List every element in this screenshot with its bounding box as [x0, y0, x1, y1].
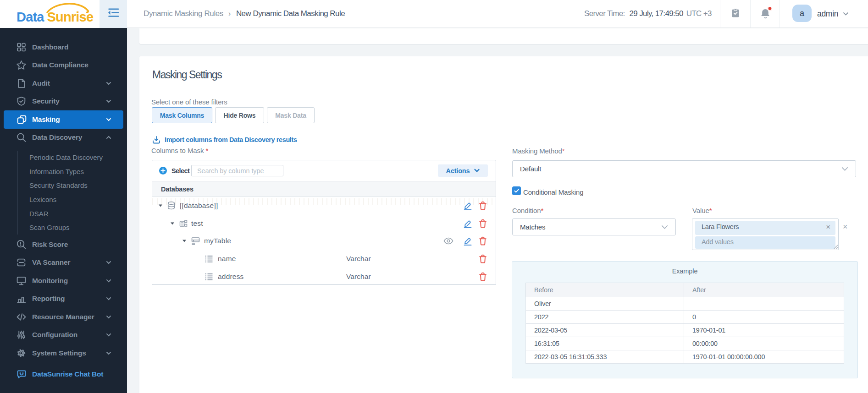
svg-text:Sunrise: Sunrise [47, 10, 94, 24]
svg-text:Data: Data [17, 10, 44, 24]
